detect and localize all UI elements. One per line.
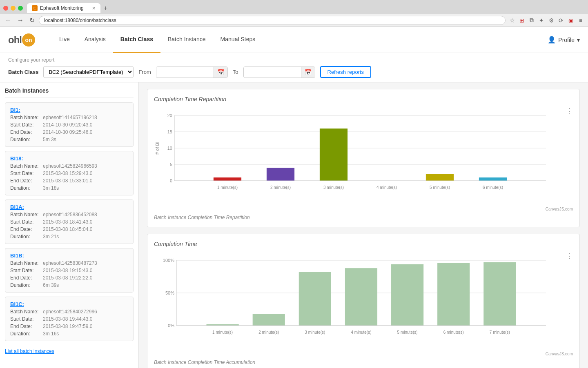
- extension-icon-5[interactable]: ⟳: [557, 16, 565, 24]
- from-date-input[interactable]: [156, 67, 214, 77]
- reload-btn[interactable]: ↻: [28, 16, 36, 25]
- svg-text:5 minute(s): 5 minute(s): [430, 185, 450, 190]
- extension-icon-1[interactable]: ⊞: [518, 16, 526, 24]
- batch-name-label: Batch Name:: [10, 309, 43, 315]
- start-date-label: Start Date:: [10, 122, 43, 128]
- svg-text:15: 15: [167, 129, 172, 134]
- svg-text:10: 10: [167, 146, 172, 151]
- batch-class-select[interactable]: BC2 (SearchablePDFTemplate): [43, 66, 134, 78]
- end-date-val: 2015-03-08 19:47:59.0: [43, 324, 92, 329]
- menu-btn[interactable]: ≡: [577, 16, 585, 24]
- to-label: To: [233, 69, 238, 75]
- svg-rect-13: [267, 168, 294, 181]
- config-controls: Batch Class BC2 (SearchablePDFTemplate) …: [8, 66, 580, 78]
- from-label: From: [138, 69, 151, 75]
- batch-name-val: ephesoft1425840272996: [43, 309, 97, 315]
- end-date-label: End Date:: [10, 324, 43, 329]
- batch-name-label: Batch Name:: [10, 212, 43, 217]
- duration-val: 3m 16s: [43, 331, 59, 337]
- extension-icon-3[interactable]: ✦: [537, 16, 546, 24]
- end-date-label: End Date:: [10, 275, 43, 281]
- svg-text:7 minute(s): 7 minute(s): [490, 330, 510, 335]
- new-tab-btn[interactable]: +: [100, 2, 111, 14]
- batch-item-id[interactable]: BI18:: [10, 155, 128, 162]
- nav-batch-class[interactable]: Batch Class: [113, 27, 160, 53]
- close-window-btn[interactable]: [3, 6, 8, 11]
- toolbar-icons: ☆ ⊞ ⧉ ✦ ⚙ ⟳ ◉ ≡: [508, 16, 585, 24]
- batch-item-start-row: Start Date: 2015-03-08 19:44:43.0: [10, 316, 128, 322]
- charts-area: Completion Time Repartition ⋮ 05101520# …: [139, 82, 588, 368]
- tab-title: Ephesoft Monitoring: [40, 5, 84, 11]
- batch-item-name-row: Batch Name: ephesoft1425840272996: [10, 309, 128, 315]
- nav-analysis[interactable]: Analysis: [77, 27, 113, 53]
- tab-close-btn[interactable]: ✕: [92, 6, 96, 11]
- back-btn[interactable]: ←: [3, 16, 13, 25]
- forward-btn[interactable]: →: [16, 16, 25, 25]
- tab-favicon: E: [32, 5, 38, 11]
- svg-text:100%: 100%: [163, 258, 174, 263]
- svg-text:0%: 0%: [168, 323, 174, 328]
- batch-item: BI1C: Batch Name: ephesoft1425840272996 …: [5, 297, 134, 341]
- batch-item-id[interactable]: BI1C:: [10, 301, 128, 307]
- duration-val: 3m 18s: [43, 185, 59, 191]
- svg-text:3 minute(s): 3 minute(s): [323, 185, 344, 190]
- batch-item: BI1: Batch Name: ephesoft1414657196218 S…: [5, 102, 134, 147]
- nav-manual-steps[interactable]: Manual Steps: [213, 27, 263, 53]
- batch-item-id[interactable]: BI1:: [10, 107, 128, 113]
- to-date-input[interactable]: [244, 67, 301, 77]
- svg-rect-38: [391, 264, 423, 326]
- chart2-menu-btn[interactable]: ⋮: [566, 252, 573, 259]
- maximize-window-btn[interactable]: [18, 6, 23, 11]
- duration-val: 3m 21s: [43, 234, 59, 239]
- svg-text:4 minute(s): 4 minute(s): [351, 330, 371, 335]
- extension-icon-4[interactable]: ⚙: [547, 16, 555, 24]
- svg-text:6 minute(s): 6 minute(s): [443, 330, 464, 335]
- extension-icon-6[interactable]: ◉: [567, 16, 575, 24]
- start-date-val: 2015-03-08 19:44:43.0: [43, 316, 92, 322]
- batch-item-id[interactable]: BI1A:: [10, 204, 128, 210]
- extension-icon-2[interactable]: ⧉: [528, 16, 536, 24]
- bookmark-icon[interactable]: ☆: [508, 16, 516, 24]
- end-date-label: End Date:: [10, 226, 43, 232]
- batch-item-name-row: Batch Name: ephesoft1425824966593: [10, 163, 128, 169]
- batch-item-start-row: Start Date: 2014-10-30 09:20:43.0: [10, 122, 128, 128]
- batch-items-list: BI1: Batch Name: ephesoft1414657196218 S…: [5, 102, 134, 341]
- address-bar[interactable]: [39, 16, 506, 25]
- nav-batch-instance[interactable]: Batch Instance: [160, 27, 213, 53]
- batch-name-label: Batch Name:: [10, 260, 43, 266]
- batch-item-duration-row: Duration: 5m 3s: [10, 137, 128, 142]
- duration-label: Duration:: [10, 185, 43, 191]
- svg-rect-15: [320, 129, 347, 181]
- refresh-reports-btn[interactable]: Refresh reports: [320, 66, 372, 78]
- from-date-wrap: 📅: [156, 67, 228, 78]
- batch-item-name-row: Batch Name: ephesoft1425836452088: [10, 212, 128, 217]
- window-controls: [3, 6, 23, 11]
- batch-item: BI1A: Batch Name: ephesoft1425836452088 …: [5, 200, 134, 244]
- to-calendar-btn[interactable]: 📅: [301, 67, 315, 78]
- start-date-label: Start Date:: [10, 171, 43, 176]
- chart1-title: Completion Time Repartition: [154, 96, 573, 102]
- batch-item-id[interactable]: BI1B:: [10, 253, 128, 259]
- svg-rect-11: [214, 177, 241, 181]
- svg-text:2 minute(s): 2 minute(s): [270, 185, 291, 190]
- batch-item: BI18: Batch Name: ephesoft1425824966593 …: [5, 151, 134, 195]
- svg-text:2 minute(s): 2 minute(s): [258, 330, 279, 335]
- svg-text:# of BI: # of BI: [155, 142, 160, 155]
- profile-label: Profile: [558, 37, 575, 43]
- start-date-label: Start Date:: [10, 316, 43, 322]
- from-calendar-btn[interactable]: 📅: [214, 67, 227, 78]
- svg-text:20: 20: [167, 113, 172, 118]
- svg-text:4 minute(s): 4 minute(s): [376, 185, 397, 190]
- batch-item-start-row: Start Date: 2015-03-08 19:15:43.0: [10, 268, 128, 273]
- nav-live[interactable]: Live: [52, 27, 77, 53]
- batch-item-end-row: End Date: 2014-10-30 09:25:46.0: [10, 129, 128, 135]
- chart1-svg: 05101520# of BI1 minute(s)2 minute(s)3 m…: [154, 107, 554, 205]
- active-tab[interactable]: E Ephesoft Monitoring ✕: [27, 3, 100, 13]
- profile-btn[interactable]: 👤 Profile ▾: [548, 36, 580, 44]
- svg-text:50%: 50%: [165, 290, 174, 295]
- chart1-menu-btn[interactable]: ⋮: [566, 107, 573, 115]
- list-all-link[interactable]: List all batch instances: [5, 345, 134, 357]
- minimize-window-btn[interactable]: [11, 6, 16, 11]
- start-date-val: 2015-03-08 15:29:43.0: [43, 171, 92, 176]
- svg-text:6 minute(s): 6 minute(s): [483, 185, 503, 190]
